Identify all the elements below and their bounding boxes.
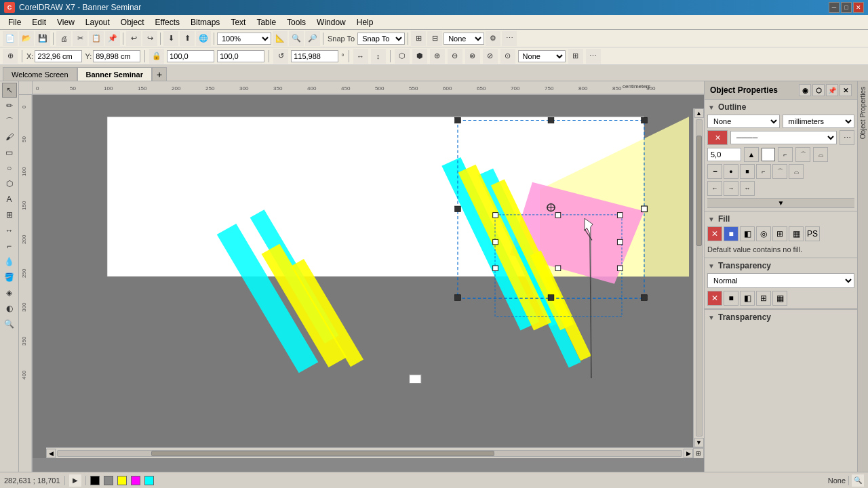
fill-radial-button[interactable]: ◎ [756, 226, 771, 241]
fill-postscript-button[interactable]: PS [805, 226, 820, 241]
corner-miter-button[interactable]: ⌐ [778, 147, 793, 162]
save-button[interactable]: 💾 [35, 31, 50, 46]
export-button[interactable]: ⬆ [180, 31, 195, 46]
fill-solid-button[interactable]: ■ [724, 226, 738, 241]
transparency-expand-icon[interactable]: ▼ [707, 262, 715, 270]
menu-text[interactable]: Text [225, 16, 251, 28]
bottom-transparency-header[interactable]: ▼ Transparency [707, 312, 854, 322]
flip-v-button[interactable]: ↕ [371, 49, 386, 64]
none-combo-2[interactable]: None [518, 50, 566, 62]
rectangle-tool[interactable]: ▭ [2, 145, 17, 160]
select-all-button[interactable]: ⊕ [3, 49, 18, 64]
connector-tool[interactable]: ⌐ [2, 239, 17, 253]
more-button[interactable]: ⋯ [502, 31, 517, 46]
v-scroll-track[interactable] [696, 119, 703, 436]
more2-button[interactable]: ⋯ [586, 49, 601, 64]
interactive-fill-tool[interactable]: ◈ [2, 285, 17, 300]
undo-button[interactable]: ↩ [126, 31, 141, 46]
y-input[interactable] [93, 50, 140, 62]
menu-tools[interactable]: Tools [281, 16, 311, 28]
fill-texture-button[interactable]: ▦ [789, 226, 804, 241]
outline-color-combo[interactable]: ──── [730, 131, 837, 144]
menu-layout[interactable]: Layout [80, 16, 115, 28]
tab-welcome[interactable]: Welcome Screen [3, 67, 77, 81]
panel-close[interactable]: ✕ [840, 84, 852, 96]
panel-pin[interactable]: 📌 [826, 84, 838, 96]
menu-effects[interactable]: Effects [150, 16, 185, 28]
menu-edit[interactable]: Edit [26, 16, 52, 28]
group-button[interactable]: ⬡ [395, 49, 410, 64]
panel-icon-stroke[interactable]: ⬡ [812, 84, 825, 96]
status-play-button[interactable]: ▶ [69, 474, 81, 487]
combine-button[interactable]: ⊕ [430, 49, 445, 64]
zoom-pan-tool[interactable]: 🔍 [2, 317, 17, 331]
maximize-button[interactable]: □ [841, 2, 852, 13]
text-tool[interactable]: A [2, 192, 17, 207]
snap-combo[interactable]: Snap To [357, 33, 405, 45]
height-input[interactable] [217, 50, 264, 62]
outline-section-header[interactable]: ▼ Outline [707, 102, 854, 112]
outline-expand-button[interactable]: ▼ [707, 198, 854, 208]
tab-add-button[interactable]: + [152, 67, 167, 81]
outline-none-combo[interactable]: None [707, 115, 780, 128]
print-button[interactable]: 🖨 [56, 31, 71, 46]
line-arrow-left-button[interactable]: ← [707, 181, 722, 196]
line-arrow-both-button[interactable]: ↔ [740, 181, 755, 196]
horizontal-scrollbar[interactable]: ◀ ▶ ⊞ [46, 447, 704, 458]
line-join-round-button[interactable]: ⌒ [772, 164, 787, 179]
canvas-area[interactable]: ◀ ▶ ⊞ ▲ ▼ [33, 95, 704, 458]
transparency-section-header[interactable]: ▼ Transparency [707, 261, 854, 270]
cut-button[interactable]: ✂ [73, 31, 87, 46]
line-end-flat-button[interactable]: ━ [707, 164, 722, 179]
transparency-mode-combo[interactable]: Normal Multiply Screen Overlay [707, 273, 854, 288]
break-button[interactable]: ⊖ [448, 49, 462, 64]
trans-pattern-button[interactable]: ⊞ [756, 291, 771, 306]
scroll-down-button[interactable]: ▼ [694, 438, 704, 447]
zoom-level-button[interactable]: 📐 [273, 31, 288, 46]
tab-banner[interactable]: Banner Seminar [77, 67, 152, 81]
select-tool[interactable]: ↖ [2, 83, 17, 98]
intersect-button[interactable]: ⊗ [465, 49, 480, 64]
redo-button[interactable]: ↪ [142, 31, 157, 46]
parallel-dim-tool[interactable]: ↔ [2, 223, 17, 238]
corner-bevel-button[interactable]: ⌓ [813, 147, 828, 162]
freehand-tool[interactable]: ✏ [2, 98, 17, 113]
menu-help[interactable]: Help [351, 16, 379, 28]
width-input[interactable] [167, 50, 214, 62]
flip-h-button[interactable]: ↔ [353, 49, 368, 64]
fill-pattern-button[interactable]: ⊞ [772, 226, 787, 241]
outline-up-button[interactable]: ▲ [744, 147, 759, 162]
fill-expand-icon[interactable]: ▼ [707, 215, 715, 223]
line-join-miter-button[interactable]: ⌐ [756, 164, 771, 179]
menu-object[interactable]: Object [115, 16, 150, 28]
zoom-in-button[interactable]: 🔍 [289, 31, 304, 46]
close-button[interactable]: ✕ [853, 2, 864, 13]
import-button[interactable]: ⬇ [163, 31, 178, 46]
bezier-tool[interactable]: ⌒ [2, 114, 17, 129]
outline-thickness-input[interactable] [707, 148, 741, 161]
align-button[interactable]: ⊞ [411, 31, 426, 46]
ellipse-tool[interactable]: ○ [2, 161, 17, 176]
panel-icon-fill[interactable]: ◉ [799, 84, 811, 96]
vertical-scrollbar[interactable]: ▲ ▼ [693, 108, 704, 447]
polygon-tool[interactable]: ⬡ [2, 176, 17, 191]
arrange-button[interactable]: ⊟ [427, 31, 442, 46]
fill-no-fill-button[interactable]: ✕ [707, 226, 722, 241]
angle-input[interactable] [291, 50, 338, 62]
outline-expand-icon[interactable]: ▼ [707, 103, 715, 111]
menu-bitmaps[interactable]: Bitmaps [185, 16, 225, 28]
copy-button[interactable]: 📋 [89, 31, 104, 46]
shadow-tool[interactable]: ◐ [2, 301, 17, 316]
menu-table[interactable]: Table [251, 16, 281, 28]
bottom-transparency-expand-icon[interactable]: ▼ [707, 313, 715, 321]
new-button[interactable]: 📄 [3, 31, 18, 46]
align2-button[interactable]: ⊞ [568, 49, 583, 64]
minimize-button[interactable]: ─ [829, 2, 840, 13]
h-scroll-track[interactable] [57, 450, 682, 457]
trans-no-button[interactable]: ✕ [707, 291, 722, 306]
line-end-square-button[interactable]: ■ [740, 164, 755, 179]
weld-button[interactable]: ⊙ [500, 49, 515, 64]
zoom-out-button[interactable]: 🔎 [305, 31, 320, 46]
object-properties-side-tab[interactable]: Object Properties [859, 84, 867, 142]
menu-window[interactable]: Window [311, 16, 351, 28]
